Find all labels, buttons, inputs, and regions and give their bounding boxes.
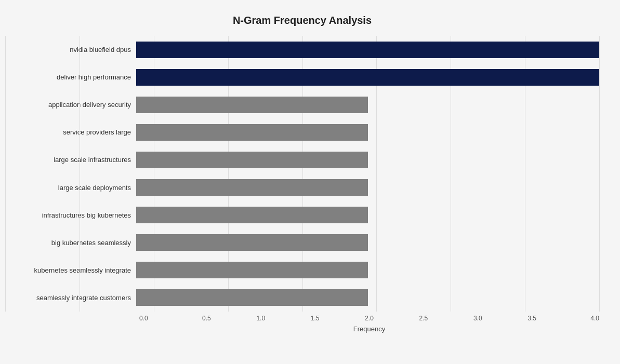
bar-label: infrastructures big kubernetes bbox=[5, 211, 136, 219]
bar-fill bbox=[136, 289, 368, 306]
bar-label: nvidia bluefield dpus bbox=[5, 46, 136, 53]
x-tick: 0.5 bbox=[193, 315, 219, 322]
bar-label: seamlessly integrate customers bbox=[5, 294, 136, 302]
bar-fill bbox=[136, 207, 368, 223]
x-ticks: 0.00.51.01.52.02.53.03.54.0 bbox=[139, 312, 599, 322]
chart-container: N-Gram Frequency Analysis nvidia bluefie… bbox=[0, 0, 620, 364]
bar-label: large scale infrastructures bbox=[5, 156, 136, 164]
bar-track bbox=[136, 207, 599, 223]
grid-line bbox=[5, 36, 6, 312]
bars-wrapper: nvidia bluefield dpusdeliver high perfor… bbox=[5, 36, 599, 312]
bar-label: application delivery security bbox=[5, 101, 136, 109]
bar-fill bbox=[136, 234, 368, 251]
x-tick: 1.0 bbox=[248, 315, 274, 322]
bar-track bbox=[136, 124, 599, 141]
bar-fill bbox=[136, 124, 368, 141]
x-tick: 3.0 bbox=[465, 315, 491, 322]
bar-track bbox=[136, 42, 599, 58]
bar-label: kubernetes seamlessly integrate bbox=[5, 266, 136, 274]
chart-area: nvidia bluefield dpusdeliver high perfor… bbox=[5, 36, 599, 333]
x-axis: 0.00.51.01.52.02.53.03.54.0 Frequency bbox=[5, 312, 599, 333]
bar-fill bbox=[136, 69, 599, 86]
bar-fill bbox=[136, 97, 368, 113]
bar-track bbox=[136, 97, 599, 113]
bar-label: large scale deployments bbox=[5, 184, 136, 192]
x-tick: 2.0 bbox=[357, 315, 382, 322]
x-tick: 1.5 bbox=[302, 315, 328, 322]
bar-fill bbox=[136, 42, 599, 58]
bar-track bbox=[136, 289, 599, 306]
x-tick: 0.0 bbox=[139, 315, 165, 322]
bar-label: service providers large bbox=[5, 128, 136, 136]
bar-track bbox=[136, 262, 599, 278]
bar-track bbox=[136, 69, 599, 86]
grid-line bbox=[599, 36, 600, 312]
bar-track bbox=[136, 152, 599, 168]
bar-track bbox=[136, 179, 599, 196]
chart-title: N-Gram Frequency Analysis bbox=[5, 10, 599, 26]
bar-label: big kubernetes seamlessly bbox=[5, 239, 136, 247]
x-tick: 3.5 bbox=[519, 315, 545, 322]
bar-fill bbox=[136, 152, 368, 168]
x-tick: 2.5 bbox=[411, 315, 437, 322]
bar-label: deliver high performance bbox=[5, 73, 136, 81]
bar-fill bbox=[136, 179, 368, 196]
x-tick: 4.0 bbox=[573, 315, 599, 322]
bar-track bbox=[136, 234, 599, 251]
bar-fill bbox=[136, 262, 368, 278]
x-axis-label: Frequency bbox=[139, 325, 599, 333]
grid-line bbox=[80, 36, 80, 312]
